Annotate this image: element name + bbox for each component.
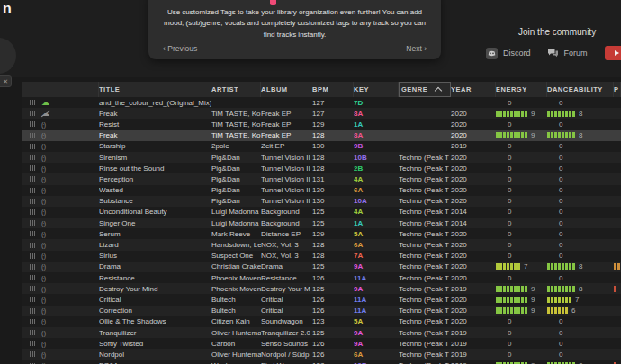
drag-handle-icon[interactable] [30,351,35,357]
table-row[interactable]: (·) Lizard Handsdown, Le NOX, Vol. 3 128… [22,239,621,250]
track-artist: Christian Crake [212,262,261,271]
track-genre: Techno (Peak T [399,351,451,359]
drag-handle-icon[interactable] [30,121,35,127]
track-energy: 0 [496,197,547,205]
track-bpm: 125 [310,329,354,337]
drag-handle-icon[interactable] [30,231,35,236]
drag-handle-icon[interactable] [30,297,35,302]
table-row[interactable]: (·) Resistance Phoenix Moven Resistance … [22,272,621,283]
track-genre: Techno (Peak T [399,208,451,216]
table-row[interactable]: (·) Tranquilizer Oliver Huntema Tranquil… [22,327,621,338]
table-row[interactable]: (·) Softly Twisted Carbon Senso Sounds 1… [22,338,621,349]
track-album: Background [261,208,310,216]
track-title: Sirius [99,252,212,260]
close-button[interactable]: ✕ [0,75,12,87]
drag-handle-icon[interactable] [30,286,35,291]
drag-handle-icon[interactable] [30,341,35,346]
table-row[interactable]: (·) Sirenism Pig&Dan Tunnel Vision II 12… [22,152,621,163]
table-row[interactable]: (·) Unconditional Beauty Luigi Madonna B… [22,207,621,218]
track-bpm: 126 [310,351,354,359]
drag-handle-icon[interactable] [30,111,35,116]
drag-handle-icon[interactable] [30,165,35,171]
drag-handle-icon[interactable] [30,319,35,324]
column-header-key[interactable]: KEY [354,82,399,97]
table-row[interactable]: (·) Serum Mark Reeve Distance EP 129 5A … [22,228,621,239]
drag-handle-icon[interactable] [30,100,35,105]
track-danceability: 7 [547,296,614,304]
track-genre: Techno (Peak T [399,164,451,173]
table-row[interactable]: (·) Resist TiM TASTE, Ko Freak EP 129 1A… [22,119,621,129]
table-row[interactable]: (·) Nordpol Oliver Huntema Nordpol / Süd… [22,349,621,360]
column-header-album[interactable]: ALBUM [261,82,310,97]
table-row[interactable]: (·) Wasted Pig&Dan Tunnel Vision II 130 … [22,185,621,196]
drag-handle-icon[interactable] [30,155,35,160]
track-year: 2020 [451,110,496,118]
track-artist: TiM TASTE, Ko [212,110,261,118]
column-header-danceability[interactable]: DANCEABILITY [547,82,614,97]
drag-handle-icon[interactable] [30,133,35,138]
table-row[interactable]: (·) Drama Christian Crake Drama 125 9A T… [22,262,621,272]
previous-button[interactable]: ‹ Previous [163,44,197,53]
track-genre: Techno (Peak T [399,285,451,293]
table-row[interactable]: (·) Sirius Suspect One NOX, Vol. 3 128 7… [22,251,621,262]
track-album: Critical [261,306,310,315]
file-status-icon: (·) [41,329,56,337]
next-button[interactable]: Next › [406,44,427,53]
streaming-icon: (·) [41,351,45,358]
track-key: 4A [354,175,399,183]
table-row[interactable]: (·) Ollie & The Shadows Citizen Kain Sou… [22,316,621,327]
drag-handle-icon[interactable] [30,308,35,314]
table-row[interactable]: (·) Perception Pig&Dan Tunnel Vision II … [22,173,621,184]
column-header-year[interactable]: YEAR [451,82,496,97]
drag-handle-icon[interactable] [30,220,35,226]
drag-handle-icon[interactable] [30,199,35,204]
forum-button[interactable]: Forum [547,48,588,59]
track-genre: Techno (Peak T [399,154,451,162]
track-key: 9B [354,142,399,150]
column-header-genre[interactable]: GENRE [399,82,451,97]
drag-handle-icon[interactable] [30,188,35,193]
column-header-bpm[interactable]: BPM [310,82,354,97]
track-key: 7A [354,252,399,260]
table-row[interactable]: (·) Singer One Luigi Madonna Background … [22,218,621,228]
table-row[interactable]: (·) Substance Pig&Dan Tunnel Vision II 1… [22,196,621,207]
table-row[interactable]: (·) EQ64 Weska First Wave 128 10B Techno… [22,360,621,364]
track-album: Tunnel Vision II [261,164,310,173]
streaming-icon: (·) [41,263,45,270]
table-row[interactable]: ☁ and_the_colour_red_(Original_Mix) 127 … [22,97,621,108]
track-title: Nordpol [99,351,212,359]
track-title: Destroy Your Mind [99,285,212,293]
community-title: Join the community [518,27,621,37]
track-year: 2019 [451,142,496,150]
column-header-energy[interactable]: ENERGY [496,82,547,97]
column-header-title[interactable]: TITLE [99,82,212,97]
track-artist: Pig&Dan [212,154,261,162]
drag-handle-icon[interactable] [30,144,35,149]
table-row[interactable]: ☁ Freak TiM TASTE, Ko Freak EP 127 8A 20… [22,108,621,119]
discord-button[interactable]: Discord [486,48,531,59]
drag-handle-icon[interactable] [30,243,35,248]
drag-handle-icon[interactable] [30,330,35,335]
youtube-button[interactable] [605,46,621,60]
track-key: 8A [354,131,399,139]
drag-handle-icon[interactable] [30,209,35,215]
track-bpm: 125 [310,208,354,216]
column-header-artist[interactable]: ARTIST [212,82,261,97]
table-row[interactable]: (·) Destroy Your Mind Phoenix Moven Dest… [22,283,621,294]
drag-handle-icon[interactable] [30,275,35,280]
table-row[interactable]: (·) Freak TiM TASTE, Ko Freak EP 128 8A … [22,130,621,141]
table-row[interactable]: (·) Rinse out the Sound Pig&Dan Tunnel V… [22,163,621,173]
drag-handle-icon[interactable] [30,176,35,182]
track-danceability: 0 [547,164,614,173]
table-row[interactable]: (·) Starship 2pole Zeit EP 130 9B 2019 0… [22,141,621,152]
drag-handle-icon[interactable] [30,253,35,259]
track-year: 2020 [451,317,496,325]
column-header-popularity[interactable]: P [614,82,621,97]
track-key: 2B [354,164,399,173]
streaming-icon: (·) [41,132,45,138]
table-row[interactable]: (·) Critical Bultech Critical 126 11A Te… [22,294,621,305]
track-energy: 0 [496,351,547,359]
drag-handle-icon[interactable] [30,264,35,270]
table-row[interactable]: (·) Correction Bultech Critical 126 11A … [22,306,621,316]
track-energy: 0 [496,241,547,249]
